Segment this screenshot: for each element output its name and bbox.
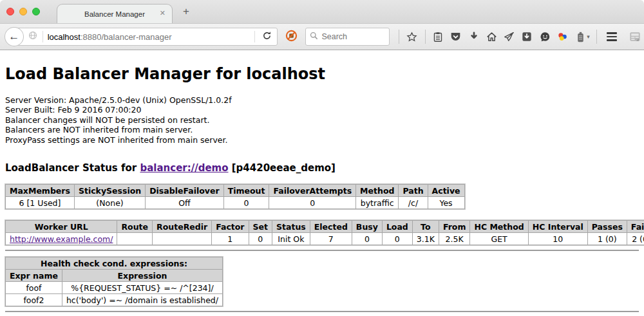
cell-expression: %{REQUEST_STATUS} =~ /^[234]/ <box>62 282 222 294</box>
titlebar: Balancer Manager ✕ + <box>0 0 644 23</box>
col-path: Path <box>399 185 428 197</box>
url-bar[interactable]: localhost:8880/balancer-manager <box>15 28 278 46</box>
search-input[interactable] <box>321 32 383 41</box>
feedback-smiley-icon[interactable] <box>536 28 554 46</box>
search-icon <box>310 31 318 42</box>
dropdown-caret-icon[interactable]: ▾ <box>587 33 590 40</box>
window-controls <box>6 8 40 15</box>
col-timeout: Timeout <box>223 185 269 197</box>
page-title: Load Balancer Manager for localhost <box>5 50 639 83</box>
col-fails: Fails <box>627 221 644 233</box>
cell-expr-name: foof <box>6 282 62 294</box>
bottom-divider <box>5 311 639 312</box>
reading-list-icon[interactable] <box>430 28 448 46</box>
persist-warning-line: Balancer changes will NOT be persisted o… <box>5 115 639 125</box>
col-busy: Busy <box>352 221 382 233</box>
url-divider-right <box>254 31 255 42</box>
cell-routeredir <box>153 233 212 245</box>
cell-route <box>117 233 153 245</box>
window-minimize-button[interactable] <box>19 8 27 15</box>
cell-timeout: 0 <box>223 197 269 209</box>
col-active: Active <box>428 185 464 197</box>
toolbar-separator <box>425 30 426 44</box>
cell-stickysession: (None) <box>74 197 145 209</box>
table-row: foof2 hc('body') =~ /domain is establish… <box>6 294 223 306</box>
home-icon[interactable] <box>482 28 500 46</box>
server-version-line: Server Version: Apache/2.5.0-dev (Unix) … <box>5 95 639 105</box>
cell-expr-name: foof2 <box>6 294 62 306</box>
tab-close-icon[interactable]: ✕ <box>160 9 166 17</box>
health-check-table: Health check cond. expressions: Expr nam… <box>5 257 223 306</box>
bookmark-star-icon[interactable] <box>403 28 421 46</box>
cell-method: bytraffic <box>356 197 399 209</box>
flash-blocked-icon[interactable] <box>285 30 298 44</box>
table-row: http://www.example.com/ 1 0 Init Ok 7 0 … <box>6 233 644 245</box>
download-arrow-icon[interactable] <box>465 28 483 46</box>
col-set: Set <box>249 221 272 233</box>
cell-hc-interval: 10 <box>528 233 587 245</box>
col-from: From <box>439 221 470 233</box>
search-bar[interactable] <box>305 28 389 46</box>
cell-factor: 1 <box>212 233 249 245</box>
url-host: localhost <box>48 32 80 42</box>
table-header-row: Worker URL Route RouteRedir Factor Set S… <box>6 221 644 233</box>
inherit-warning-line: Balancers are NOT inherited from main se… <box>5 125 639 135</box>
table-row: foof %{REQUEST_STATUS} =~ /^[234]/ <box>6 282 223 294</box>
col-to: To <box>412 221 439 233</box>
toolbar-separator <box>596 30 597 44</box>
table-title-row: Health check cond. expressions: <box>6 257 223 270</box>
balancer-status-table: MaxMembers StickySession DisableFailover… <box>5 184 465 209</box>
toolbar-separator <box>399 30 399 44</box>
cell-active: Yes <box>428 197 464 209</box>
cell-path: /c/ <box>399 197 428 209</box>
tab-title: Balancer Manager <box>84 10 145 18</box>
cell-fails: 2 (0) <box>627 233 644 245</box>
reload-icon[interactable] <box>262 31 272 43</box>
site-identity-globe-icon[interactable] <box>28 31 37 42</box>
col-stickysession: StickySession <box>74 185 145 197</box>
server-built-line: Server Built: Feb 9 2016 07:00:20 <box>5 105 639 115</box>
cell-worker-url: http://www.example.com/ <box>6 233 117 245</box>
status-prefix: LoadBalancer Status for <box>5 162 140 174</box>
new-tab-button[interactable]: + <box>179 5 193 18</box>
cell-to: 3.1K <box>412 233 439 245</box>
page-content: Load Balancer Manager for localhost Serv… <box>0 50 644 312</box>
col-passes: Passes <box>587 221 627 233</box>
url-divider <box>43 31 43 42</box>
balancer-demo-link[interactable]: balancer://demo <box>140 162 228 174</box>
url-text[interactable]: localhost:8880/balancer-manager <box>48 32 254 42</box>
back-icon: ← <box>8 30 19 43</box>
back-button[interactable]: ← <box>5 27 24 46</box>
divider <box>5 250 639 251</box>
worker-table: Worker URL Route RouteRedir Factor Set S… <box>5 220 644 245</box>
table-header-row: MaxMembers StickySession DisableFailover… <box>6 185 465 197</box>
col-hc-method: HC Method <box>470 221 528 233</box>
col-hc-interval: HC Interval <box>528 221 587 233</box>
addon-download-icon[interactable] <box>518 28 536 46</box>
proxypass-warning-line: ProxyPass settings are NOT inherited fro… <box>5 135 639 145</box>
tab-balancer-manager[interactable]: Balancer Manager ✕ <box>57 4 173 23</box>
cell-load: 0 <box>382 233 412 245</box>
cell-maxmembers: 6 [1 Used] <box>6 197 75 209</box>
col-factor: Factor <box>212 221 249 233</box>
multi-color-dots-icon[interactable] <box>554 28 572 46</box>
cell-failoverattempts: 0 <box>269 197 356 209</box>
cell-set: 0 <box>249 233 272 245</box>
col-disablefailover: DisableFailover <box>146 185 223 197</box>
window-zoom-button[interactable] <box>32 8 40 15</box>
col-elected: Elected <box>310 221 352 233</box>
health-table-title: Health check cond. expressions: <box>6 257 223 270</box>
cell-from: 2.5K <box>439 233 470 245</box>
url-path: :8880/balancer-manager <box>80 32 172 42</box>
col-method: Method <box>356 185 399 197</box>
table-row: 6 [1 Used] (None) Off 0 0 bytraffic /c/ … <box>6 197 465 209</box>
worker-url-link[interactable]: http://www.example.com/ <box>10 234 113 244</box>
table-header-row: Expr name Expression <box>6 270 223 282</box>
status-suffix: [p4420eeae_demo] <box>229 162 336 174</box>
pocket-icon[interactable] <box>447 28 465 46</box>
notes-grid-icon[interactable] <box>626 28 644 46</box>
browser-window: Balancer Manager ✕ + ← localhost:8880/ba… <box>0 0 644 316</box>
window-close-button[interactable] <box>6 8 14 15</box>
send-icon[interactable] <box>500 28 518 46</box>
menu-icon[interactable] <box>603 28 621 46</box>
